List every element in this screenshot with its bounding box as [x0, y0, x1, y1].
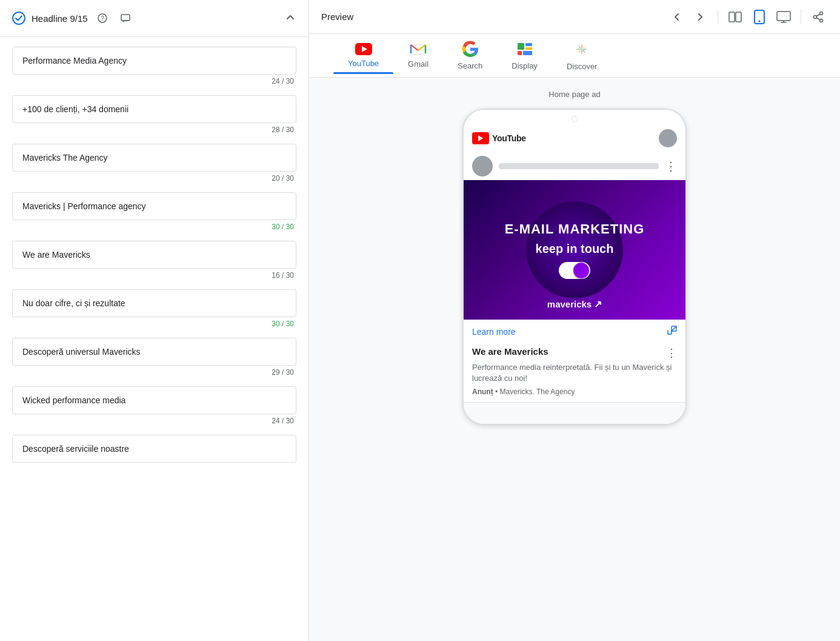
- discover-tab-label: Discover: [567, 62, 598, 77]
- char-count-1: 28 / 30: [12, 123, 296, 141]
- preview-header: Preview: [309, 0, 840, 34]
- phone-mockup: YouTube ⋮ E-MAIL MARKETING keep in touch: [462, 109, 687, 425]
- svg-rect-4: [736, 12, 741, 22]
- desktop-view-icon[interactable]: [774, 7, 793, 27]
- svg-point-8: [820, 12, 823, 15]
- ad-brand-text: mavericks ↗: [547, 298, 602, 310]
- svg-rect-13: [518, 43, 524, 50]
- ad-anunt-label: Anunț: [472, 388, 493, 396]
- toggle-track: [559, 262, 590, 279]
- preview-nav-icons: [667, 7, 828, 27]
- youtube-icon: [355, 43, 372, 55]
- nav-divider: [718, 10, 718, 24]
- toggle-thumb: [573, 263, 589, 278]
- headline-item-2: Mavericks The Agency20 / 30: [12, 144, 296, 190]
- char-count-4: 16 / 30: [12, 269, 296, 287]
- yt-play-triangle: [478, 135, 483, 141]
- help-icon-btn[interactable]: ?: [94, 10, 111, 27]
- char-count-8: [12, 463, 296, 472]
- split-view-icon[interactable]: [725, 7, 745, 27]
- check-circle-icon: [12, 12, 25, 25]
- headlines-list: Performance Media Agency24 / 30+100 de c…: [0, 37, 308, 485]
- preview-tabs: YouTube Gmail: [309, 34, 840, 78]
- collapse-icon[interactable]: [284, 11, 296, 26]
- headline-item-6: Descoperă universul Mavericks29 / 30: [12, 338, 296, 384]
- headline-header: Headline 9/15 ?: [0, 0, 308, 37]
- ad-image: E-MAIL MARKETING keep in touch mavericks…: [464, 180, 685, 320]
- headline-input-8[interactable]: Descoperă serviciile noastre: [12, 435, 296, 463]
- headline-input-1[interactable]: +100 de clienți, +34 domenii: [12, 95, 296, 123]
- preview-content: Home page ad YouTube ⋮: [309, 78, 840, 641]
- tab-search[interactable]: Search: [443, 35, 497, 76]
- next-button[interactable]: [691, 7, 710, 27]
- headline-item-7: Wicked performance media24 / 30: [12, 386, 296, 432]
- nav-divider-2: [801, 10, 801, 24]
- share-icon[interactable]: [808, 7, 828, 27]
- headline-item-1: +100 de clienți, +34 domenii28 / 30: [12, 95, 296, 141]
- comment-icon-btn[interactable]: [117, 10, 134, 27]
- external-link-icon: [667, 326, 677, 338]
- svg-rect-2: [121, 15, 130, 21]
- headline-input-3[interactable]: Mavericks | Performance agency: [12, 192, 296, 220]
- ad-options-icon[interactable]: ⋮: [666, 346, 677, 360]
- svg-point-10: [814, 15, 817, 18]
- right-panel: Preview: [309, 0, 840, 641]
- svg-rect-16: [518, 51, 522, 55]
- char-count-3: 30 / 30: [12, 220, 296, 238]
- svg-rect-14: [525, 43, 532, 46]
- headline-input-4[interactable]: We are Mavericks: [12, 241, 296, 269]
- svg-rect-15: [525, 47, 532, 50]
- char-count-7: 24 / 30: [12, 414, 296, 432]
- learn-more-link[interactable]: Learn more: [472, 327, 516, 337]
- headline-item-3: Mavericks | Performance agency30 / 30: [12, 192, 296, 238]
- user-avatar-small: [472, 156, 493, 176]
- mobile-view-icon[interactable]: [750, 7, 769, 27]
- headline-input-0[interactable]: Performance Media Agency: [12, 47, 296, 75]
- yt-phone-header: YouTube: [464, 124, 685, 152]
- char-count-5: 30 / 30: [12, 317, 296, 335]
- headline-input-7[interactable]: Wicked performance media: [12, 386, 296, 414]
- tab-youtube[interactable]: YouTube: [333, 37, 393, 74]
- headline-count-title: Headline 9/15: [32, 13, 88, 24]
- ad-headline-text: We are Mavericks: [472, 346, 548, 357]
- ad-headline-row: We are Mavericks ⋮: [472, 346, 677, 360]
- headline-item-0: Performance Media Agency24 / 30: [12, 47, 296, 93]
- yt-logo: YouTube: [472, 132, 526, 144]
- user-name-bar: [499, 163, 659, 169]
- home-page-label: Home page ad: [548, 90, 600, 99]
- gmail-tab-label: Gmail: [408, 59, 428, 75]
- char-count-6: 29 / 30: [12, 366, 296, 384]
- youtube-tab-label: YouTube: [348, 59, 379, 74]
- ad-company: Mavericks. The Agency: [500, 388, 575, 396]
- left-panel: Headline 9/15 ? Performance Media Agency…: [0, 0, 309, 641]
- prev-button[interactable]: [667, 7, 686, 27]
- headline-item-4: We are Mavericks16 / 30: [12, 241, 296, 287]
- tab-discover[interactable]: Discover: [552, 34, 612, 77]
- tab-gmail[interactable]: Gmail: [393, 36, 443, 75]
- headline-input-2[interactable]: Mavericks The Agency: [12, 144, 296, 172]
- ad-anunt: Anunț • Mavericks. The Agency: [472, 388, 677, 396]
- yt-user-avatar: [659, 129, 677, 147]
- ad-description: Performance media reinterpretată. Fii și…: [472, 362, 677, 384]
- yt-icon: [472, 132, 489, 144]
- ad-email-text: E-MAIL MARKETING: [505, 221, 645, 237]
- svg-rect-3: [729, 12, 735, 22]
- ad-info: We are Mavericks ⋮ Performance media rei…: [464, 344, 685, 402]
- preview-title: Preview: [321, 12, 353, 22]
- tab-display[interactable]: Display: [497, 35, 552, 76]
- headline-input-5[interactable]: Nu doar cifre, ci și rezultate: [12, 289, 296, 317]
- toggle[interactable]: [559, 262, 590, 279]
- yt-wordmark: YouTube: [492, 133, 526, 143]
- user-dots-icon: ⋮: [665, 160, 677, 172]
- search-tab-label: Search: [458, 61, 482, 76]
- discover-icon: [573, 40, 591, 58]
- phone-bottom-bar: [464, 402, 685, 424]
- ad-anunt-sep: •: [495, 388, 500, 396]
- char-count-0: 24 / 30: [12, 75, 296, 93]
- headline-input-6[interactable]: Descoperă universul Mavericks: [12, 338, 296, 366]
- yt-user-row: ⋮: [464, 152, 685, 180]
- headline-item-5: Nu doar cifre, ci și rezultate30 / 30: [12, 289, 296, 335]
- google-icon: [462, 41, 479, 58]
- brand-arrow-icon: ↗: [594, 298, 602, 310]
- phone-speaker: [572, 116, 578, 122]
